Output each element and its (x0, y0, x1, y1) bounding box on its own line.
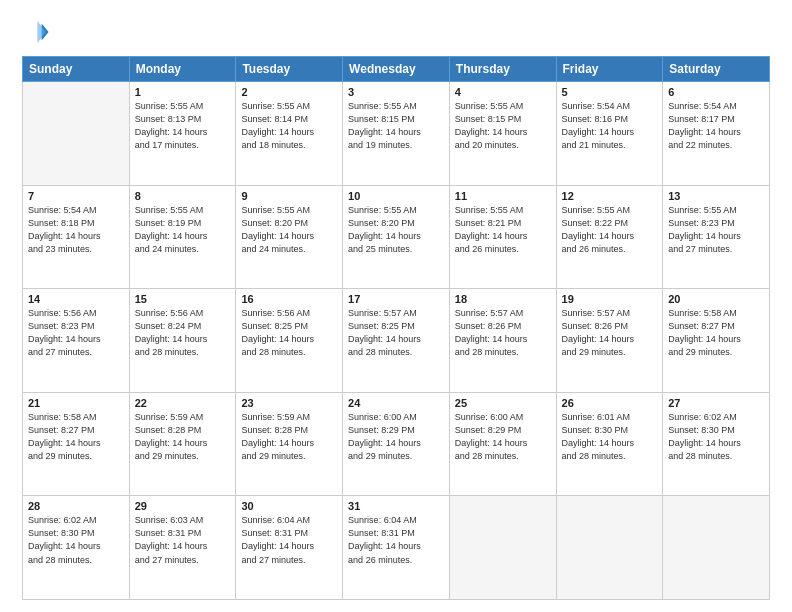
day-info: Sunrise: 5:55 AMSunset: 8:14 PMDaylight:… (241, 100, 337, 152)
calendar-week-row: 14Sunrise: 5:56 AMSunset: 8:23 PMDayligh… (23, 289, 770, 393)
calendar-day-cell: 29Sunrise: 6:03 AMSunset: 8:31 PMDayligh… (129, 496, 236, 600)
calendar-header-sunday: Sunday (23, 57, 130, 82)
calendar-day-cell (449, 496, 556, 600)
day-number: 5 (562, 86, 658, 98)
calendar-header-row: SundayMondayTuesdayWednesdayThursdayFrid… (23, 57, 770, 82)
day-number: 23 (241, 397, 337, 409)
calendar-day-cell: 1Sunrise: 5:55 AMSunset: 8:13 PMDaylight… (129, 82, 236, 186)
day-number: 12 (562, 190, 658, 202)
day-number: 14 (28, 293, 124, 305)
day-info: Sunrise: 5:54 AMSunset: 8:18 PMDaylight:… (28, 204, 124, 256)
calendar-day-cell: 7Sunrise: 5:54 AMSunset: 8:18 PMDaylight… (23, 185, 130, 289)
day-info: Sunrise: 5:56 AMSunset: 8:25 PMDaylight:… (241, 307, 337, 359)
day-info: Sunrise: 5:54 AMSunset: 8:17 PMDaylight:… (668, 100, 764, 152)
day-info: Sunrise: 5:57 AMSunset: 8:25 PMDaylight:… (348, 307, 444, 359)
day-number: 9 (241, 190, 337, 202)
calendar-day-cell (23, 82, 130, 186)
day-info: Sunrise: 6:01 AMSunset: 8:30 PMDaylight:… (562, 411, 658, 463)
day-number: 2 (241, 86, 337, 98)
day-number: 6 (668, 86, 764, 98)
calendar-header-monday: Monday (129, 57, 236, 82)
calendar-day-cell: 2Sunrise: 5:55 AMSunset: 8:14 PMDaylight… (236, 82, 343, 186)
calendar-day-cell: 31Sunrise: 6:04 AMSunset: 8:31 PMDayligh… (343, 496, 450, 600)
day-info: Sunrise: 5:56 AMSunset: 8:23 PMDaylight:… (28, 307, 124, 359)
calendar-day-cell: 30Sunrise: 6:04 AMSunset: 8:31 PMDayligh… (236, 496, 343, 600)
day-info: Sunrise: 5:56 AMSunset: 8:24 PMDaylight:… (135, 307, 231, 359)
calendar-day-cell: 14Sunrise: 5:56 AMSunset: 8:23 PMDayligh… (23, 289, 130, 393)
day-info: Sunrise: 5:55 AMSunset: 8:19 PMDaylight:… (135, 204, 231, 256)
day-info: Sunrise: 6:02 AMSunset: 8:30 PMDaylight:… (28, 514, 124, 566)
calendar-week-row: 7Sunrise: 5:54 AMSunset: 8:18 PMDaylight… (23, 185, 770, 289)
day-number: 11 (455, 190, 551, 202)
calendar-day-cell: 23Sunrise: 5:59 AMSunset: 8:28 PMDayligh… (236, 392, 343, 496)
day-info: Sunrise: 5:59 AMSunset: 8:28 PMDaylight:… (135, 411, 231, 463)
calendar-day-cell: 24Sunrise: 6:00 AMSunset: 8:29 PMDayligh… (343, 392, 450, 496)
day-number: 31 (348, 500, 444, 512)
calendar-day-cell: 13Sunrise: 5:55 AMSunset: 8:23 PMDayligh… (663, 185, 770, 289)
calendar-header-tuesday: Tuesday (236, 57, 343, 82)
calendar-day-cell: 3Sunrise: 5:55 AMSunset: 8:15 PMDaylight… (343, 82, 450, 186)
day-info: Sunrise: 5:54 AMSunset: 8:16 PMDaylight:… (562, 100, 658, 152)
calendar-day-cell: 19Sunrise: 5:57 AMSunset: 8:26 PMDayligh… (556, 289, 663, 393)
day-number: 18 (455, 293, 551, 305)
calendar-day-cell: 6Sunrise: 5:54 AMSunset: 8:17 PMDaylight… (663, 82, 770, 186)
calendar-day-cell (556, 496, 663, 600)
day-info: Sunrise: 5:55 AMSunset: 8:22 PMDaylight:… (562, 204, 658, 256)
day-info: Sunrise: 6:04 AMSunset: 8:31 PMDaylight:… (241, 514, 337, 566)
day-number: 4 (455, 86, 551, 98)
day-info: Sunrise: 5:55 AMSunset: 8:20 PMDaylight:… (348, 204, 444, 256)
day-info: Sunrise: 5:59 AMSunset: 8:28 PMDaylight:… (241, 411, 337, 463)
day-number: 1 (135, 86, 231, 98)
calendar-header-wednesday: Wednesday (343, 57, 450, 82)
day-number: 3 (348, 86, 444, 98)
calendar-day-cell (663, 496, 770, 600)
logo-icon (22, 18, 50, 46)
calendar-day-cell: 8Sunrise: 5:55 AMSunset: 8:19 PMDaylight… (129, 185, 236, 289)
day-number: 13 (668, 190, 764, 202)
page: SundayMondayTuesdayWednesdayThursdayFrid… (0, 0, 792, 612)
day-number: 27 (668, 397, 764, 409)
svg-marker-1 (37, 21, 45, 43)
header (22, 18, 770, 46)
calendar-header-friday: Friday (556, 57, 663, 82)
day-info: Sunrise: 5:55 AMSunset: 8:23 PMDaylight:… (668, 204, 764, 256)
calendar-header-saturday: Saturday (663, 57, 770, 82)
day-number: 30 (241, 500, 337, 512)
day-info: Sunrise: 6:04 AMSunset: 8:31 PMDaylight:… (348, 514, 444, 566)
calendar-day-cell: 15Sunrise: 5:56 AMSunset: 8:24 PMDayligh… (129, 289, 236, 393)
calendar-day-cell: 28Sunrise: 6:02 AMSunset: 8:30 PMDayligh… (23, 496, 130, 600)
calendar-day-cell: 10Sunrise: 5:55 AMSunset: 8:20 PMDayligh… (343, 185, 450, 289)
calendar-day-cell: 20Sunrise: 5:58 AMSunset: 8:27 PMDayligh… (663, 289, 770, 393)
day-number: 28 (28, 500, 124, 512)
day-info: Sunrise: 5:55 AMSunset: 8:21 PMDaylight:… (455, 204, 551, 256)
day-info: Sunrise: 6:02 AMSunset: 8:30 PMDaylight:… (668, 411, 764, 463)
logo (22, 18, 54, 46)
day-info: Sunrise: 5:55 AMSunset: 8:15 PMDaylight:… (455, 100, 551, 152)
day-number: 24 (348, 397, 444, 409)
day-number: 16 (241, 293, 337, 305)
day-info: Sunrise: 5:58 AMSunset: 8:27 PMDaylight:… (668, 307, 764, 359)
day-number: 25 (455, 397, 551, 409)
day-number: 19 (562, 293, 658, 305)
day-number: 29 (135, 500, 231, 512)
calendar-header-thursday: Thursday (449, 57, 556, 82)
day-info: Sunrise: 5:57 AMSunset: 8:26 PMDaylight:… (562, 307, 658, 359)
calendar-day-cell: 11Sunrise: 5:55 AMSunset: 8:21 PMDayligh… (449, 185, 556, 289)
day-number: 8 (135, 190, 231, 202)
calendar-day-cell: 26Sunrise: 6:01 AMSunset: 8:30 PMDayligh… (556, 392, 663, 496)
calendar-day-cell: 21Sunrise: 5:58 AMSunset: 8:27 PMDayligh… (23, 392, 130, 496)
calendar-table: SundayMondayTuesdayWednesdayThursdayFrid… (22, 56, 770, 600)
day-info: Sunrise: 6:00 AMSunset: 8:29 PMDaylight:… (348, 411, 444, 463)
calendar-day-cell: 22Sunrise: 5:59 AMSunset: 8:28 PMDayligh… (129, 392, 236, 496)
calendar-week-row: 1Sunrise: 5:55 AMSunset: 8:13 PMDaylight… (23, 82, 770, 186)
calendar-day-cell: 9Sunrise: 5:55 AMSunset: 8:20 PMDaylight… (236, 185, 343, 289)
calendar-day-cell: 18Sunrise: 5:57 AMSunset: 8:26 PMDayligh… (449, 289, 556, 393)
calendar-day-cell: 5Sunrise: 5:54 AMSunset: 8:16 PMDaylight… (556, 82, 663, 186)
calendar-day-cell: 16Sunrise: 5:56 AMSunset: 8:25 PMDayligh… (236, 289, 343, 393)
calendar-day-cell: 4Sunrise: 5:55 AMSunset: 8:15 PMDaylight… (449, 82, 556, 186)
day-info: Sunrise: 5:58 AMSunset: 8:27 PMDaylight:… (28, 411, 124, 463)
day-info: Sunrise: 6:00 AMSunset: 8:29 PMDaylight:… (455, 411, 551, 463)
day-number: 17 (348, 293, 444, 305)
day-info: Sunrise: 5:55 AMSunset: 8:13 PMDaylight:… (135, 100, 231, 152)
day-number: 15 (135, 293, 231, 305)
